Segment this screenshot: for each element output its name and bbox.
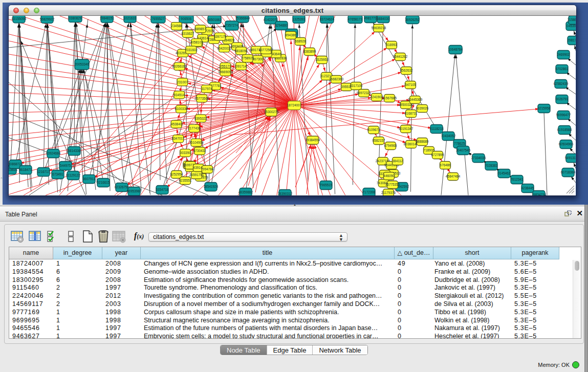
svg-text:31586923: 31586923 <box>568 18 576 21</box>
svg-text:934514: 934514 <box>174 93 185 97</box>
svg-text:0582157: 0582157 <box>373 139 385 142</box>
svg-text:19848151: 19848151 <box>100 16 115 20</box>
svg-text:7028383: 7028383 <box>485 164 498 167</box>
svg-text:55639218: 55639218 <box>372 26 386 30</box>
svg-text:544975: 544975 <box>60 164 71 167</box>
svg-text:0145462: 0145462 <box>498 171 511 175</box>
svg-text:10648784: 10648784 <box>448 48 463 51</box>
svg-text:689857: 689857 <box>195 27 206 31</box>
svg-text:3607911: 3607911 <box>83 177 96 181</box>
svg-text:003390: 003390 <box>180 151 191 155</box>
svg-text:56829922: 56829922 <box>40 17 55 21</box>
svg-text:7172398: 7172398 <box>363 190 376 194</box>
svg-text:25366844: 25366844 <box>235 16 250 20</box>
svg-text:16682360: 16682360 <box>329 77 344 81</box>
svg-text:5888689: 5888689 <box>416 140 429 143</box>
svg-text:6100330: 6100330 <box>175 107 188 111</box>
svg-text:231007: 231007 <box>177 80 188 84</box>
svg-text:7031602: 7031602 <box>185 48 198 52</box>
svg-text:06953980: 06953980 <box>127 189 142 193</box>
svg-text:56996477: 56996477 <box>556 113 571 117</box>
svg-text:83724624: 83724624 <box>320 17 335 21</box>
svg-text:2981706: 2981706 <box>568 38 576 42</box>
svg-text:045395: 045395 <box>567 24 576 28</box>
svg-text:41422070: 41422070 <box>264 18 278 21</box>
svg-text:83266166: 83266166 <box>172 64 187 68</box>
svg-text:82326756: 82326756 <box>115 185 129 189</box>
svg-text:4238445: 4238445 <box>521 186 534 190</box>
svg-text:6814336: 6814336 <box>68 149 81 152</box>
svg-text:75104904: 75104904 <box>189 141 204 144</box>
svg-text:2241902: 2241902 <box>371 95 383 99</box>
svg-text:7994784: 7994784 <box>201 167 214 171</box>
svg-text:6730432: 6730432 <box>193 149 206 152</box>
svg-text:35775355: 35775355 <box>385 183 400 186</box>
svg-text:6727899: 6727899 <box>431 153 444 157</box>
svg-text:26591751: 26591751 <box>189 173 204 177</box>
svg-text:48359882: 48359882 <box>238 190 253 194</box>
svg-text:4981771: 4981771 <box>364 16 377 20</box>
svg-text:1021633: 1021633 <box>124 16 137 20</box>
svg-text:1216717: 1216717 <box>37 170 50 173</box>
svg-text:7965515: 7965515 <box>320 183 333 187</box>
svg-text:70434052: 70434052 <box>441 134 456 138</box>
svg-text:38541924: 38541924 <box>204 185 219 188</box>
svg-text:467300: 467300 <box>252 57 264 61</box>
svg-text:7655527: 7655527 <box>152 17 165 20</box>
svg-text:516993: 516993 <box>386 43 397 47</box>
svg-text:90420032: 90420032 <box>217 47 232 50</box>
svg-text:0026791: 0026791 <box>556 97 569 101</box>
svg-text:6794965: 6794965 <box>384 144 397 147</box>
svg-text:1325393: 1325393 <box>293 17 306 21</box>
svg-text:09669091: 09669091 <box>218 70 233 74</box>
svg-text:2177436: 2177436 <box>188 126 201 130</box>
svg-text:6252954: 6252954 <box>170 172 183 176</box>
svg-text:384112: 384112 <box>393 159 403 163</box>
svg-text:03924684: 03924684 <box>46 151 61 155</box>
svg-text:8317100: 8317100 <box>350 84 363 87</box>
svg-text:5354718: 5354718 <box>156 188 169 191</box>
svg-text:4058107: 4058107 <box>190 40 203 44</box>
svg-text:0039026: 0039026 <box>416 106 429 110</box>
svg-text:43772567: 43772567 <box>258 48 273 52</box>
svg-text:2469902: 2469902 <box>557 53 570 56</box>
svg-text:453840: 453840 <box>171 122 182 126</box>
svg-text:25773564: 25773564 <box>194 97 209 100</box>
svg-text:6818096: 6818096 <box>235 49 248 53</box>
svg-text:446090: 446090 <box>383 174 395 178</box>
svg-text:906506: 906506 <box>181 17 192 20</box>
svg-text:4618471: 4618471 <box>19 168 32 171</box>
svg-text:0216615: 0216615 <box>97 181 110 184</box>
svg-text:676486: 676486 <box>440 163 451 167</box>
svg-text:8562632: 8562632 <box>400 69 413 72</box>
svg-text:673491: 673491 <box>52 172 63 176</box>
svg-text:8347017: 8347017 <box>172 137 185 140</box>
svg-text:20053346: 20053346 <box>75 62 90 66</box>
svg-text:54913173: 54913173 <box>565 156 576 160</box>
svg-text:47658173: 47658173 <box>348 17 363 21</box>
svg-text:234588: 234588 <box>171 24 182 28</box>
svg-text:3525953: 3525953 <box>316 58 329 61</box>
svg-text:894386: 894386 <box>285 33 296 37</box>
svg-text:15300275: 15300275 <box>264 110 279 114</box>
svg-text:2758929: 2758929 <box>241 56 254 60</box>
svg-text:6395322: 6395322 <box>194 117 207 120</box>
svg-text:668928: 668928 <box>295 39 306 43</box>
svg-text:3215958: 3215958 <box>538 106 551 110</box>
svg-text:6316627: 6316627 <box>182 32 194 35</box>
svg-text:0380829: 0380829 <box>69 16 82 20</box>
svg-text:5397179: 5397179 <box>213 35 226 38</box>
svg-text:90191347: 90191347 <box>399 127 413 130</box>
svg-text:255171: 255171 <box>220 64 231 68</box>
svg-text:38390312: 38390312 <box>278 192 293 195</box>
svg-text:45847484: 45847484 <box>446 174 461 178</box>
svg-text:30407545: 30407545 <box>456 148 471 152</box>
svg-text:60504966: 60504966 <box>559 142 574 146</box>
svg-text:91118218: 91118218 <box>429 127 444 130</box>
svg-text:8383899: 8383899 <box>303 50 316 53</box>
svg-text:8168731: 8168731 <box>405 112 418 115</box>
svg-text:18724007: 18724007 <box>287 103 302 107</box>
svg-text:11567685: 11567685 <box>382 96 397 100</box>
svg-text:4235551: 4235551 <box>179 179 192 182</box>
svg-text:091714: 091714 <box>235 64 247 68</box>
